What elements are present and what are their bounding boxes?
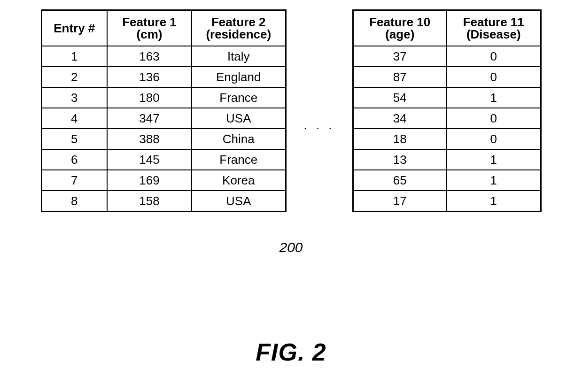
reference-number: 200 <box>0 239 582 255</box>
header-feature10-line1: Feature 10 <box>357 16 443 28</box>
header-feature2-line1: Feature 2 <box>196 16 281 28</box>
table-row: 3 180 France <box>41 87 286 108</box>
cell-feature10: 87 <box>353 67 447 87</box>
header-feature2-line2: (residence) <box>196 28 281 40</box>
cell-feature10: 37 <box>353 46 447 67</box>
cell-feature1: 388 <box>107 129 192 149</box>
cell-entry: 2 <box>41 67 107 87</box>
cell-feature11: 0 <box>447 129 541 149</box>
cell-feature1: 163 <box>107 46 192 67</box>
table-row: 8 158 USA <box>41 191 286 212</box>
header-entry-label: Entry # <box>46 22 103 34</box>
cell-feature11: 0 <box>447 46 541 67</box>
cell-feature11: 1 <box>447 170 541 191</box>
table-row: 17 1 <box>353 191 541 212</box>
table-row: 4 347 USA <box>41 108 286 129</box>
header-feature1-line1: Feature 1 <box>111 16 187 28</box>
table-row: 37 0 <box>353 46 541 67</box>
cell-feature11: 0 <box>447 67 541 87</box>
cell-feature2: USA <box>192 191 286 212</box>
table-row: 87 0 <box>353 67 541 87</box>
data-table-left: Entry # Feature 1 (cm) Feature 2 (reside… <box>41 9 287 212</box>
table-row: 18 0 <box>353 129 541 149</box>
header-feature2: Feature 2 (residence) <box>192 10 286 46</box>
cell-feature1: 158 <box>107 191 192 212</box>
header-feature1: Feature 1 (cm) <box>107 10 192 46</box>
table-row: 2 136 England <box>41 67 286 87</box>
cell-feature2: France <box>192 149 286 170</box>
data-table-right: Feature 10 (age) Feature 11 (Disease) 37… <box>352 9 542 212</box>
table-header-row: Entry # Feature 1 (cm) Feature 2 (reside… <box>41 10 286 46</box>
cell-feature11: 0 <box>447 108 541 129</box>
cell-entry: 8 <box>41 191 107 212</box>
table-header-row: Feature 10 (age) Feature 11 (Disease) <box>353 10 541 46</box>
header-feature11: Feature 11 (Disease) <box>447 10 541 46</box>
cell-entry: 7 <box>41 170 107 191</box>
tables-row: Entry # Feature 1 (cm) Feature 2 (reside… <box>0 9 582 212</box>
table-row: 34 0 <box>353 108 541 129</box>
cell-feature10: 17 <box>353 191 447 212</box>
header-feature10: Feature 10 (age) <box>353 10 447 46</box>
figure-caption: FIG. 2 <box>0 338 582 366</box>
cell-entry: 1 <box>41 46 107 67</box>
cell-feature2: England <box>192 67 286 87</box>
cell-feature2: Italy <box>192 46 286 67</box>
table-row: 65 1 <box>353 170 541 191</box>
header-feature11-line2: (Disease) <box>451 28 536 40</box>
header-feature10-line2: (age) <box>357 28 443 40</box>
header-entry: Entry # <box>41 10 107 46</box>
cell-feature1: 145 <box>107 149 192 170</box>
cell-entry: 4 <box>41 108 107 129</box>
table-row: 6 145 France <box>41 149 286 170</box>
cell-feature11: 1 <box>447 191 541 212</box>
cell-feature10: 34 <box>353 108 447 129</box>
cell-feature1: 169 <box>107 170 192 191</box>
cell-entry: 3 <box>41 87 107 108</box>
cell-feature10: 54 <box>353 87 447 108</box>
cell-feature2: Korea <box>192 170 286 191</box>
cell-entry: 6 <box>41 149 107 170</box>
columns-ellipsis: . . . <box>287 118 352 132</box>
header-feature1-line2: (cm) <box>111 28 187 40</box>
cell-entry: 5 <box>41 129 107 149</box>
cell-feature11: 1 <box>447 149 541 170</box>
header-feature11-line1: Feature 11 <box>451 16 536 28</box>
cell-feature1: 180 <box>107 87 192 108</box>
cell-feature2: China <box>192 129 286 149</box>
cell-feature10: 65 <box>353 170 447 191</box>
cell-feature2: France <box>192 87 286 108</box>
cell-feature10: 13 <box>353 149 447 170</box>
cell-feature10: 18 <box>353 129 447 149</box>
table-row: 13 1 <box>353 149 541 170</box>
table-row: 5 388 China <box>41 129 286 149</box>
cell-feature2: USA <box>192 108 286 129</box>
table-row: 7 169 Korea <box>41 170 286 191</box>
cell-feature1: 136 <box>107 67 192 87</box>
cell-feature11: 1 <box>447 87 541 108</box>
table-row: 1 163 Italy <box>41 46 286 67</box>
cell-feature1: 347 <box>107 108 192 129</box>
table-row: 54 1 <box>353 87 541 108</box>
figure-canvas: Entry # Feature 1 (cm) Feature 2 (reside… <box>0 0 582 392</box>
